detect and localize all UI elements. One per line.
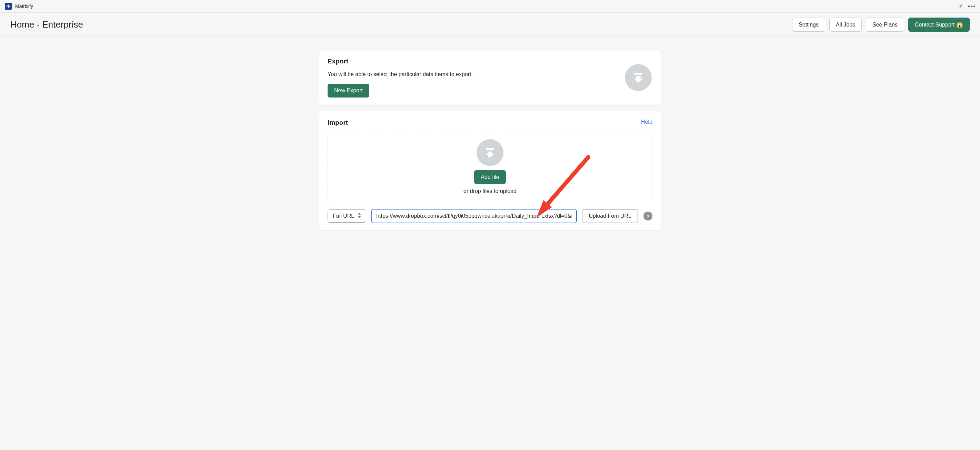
- import-dropzone[interactable]: Add file or drop files to upload: [328, 133, 652, 202]
- app-logo-icon: [5, 3, 12, 10]
- help-tooltip-icon[interactable]: ?: [643, 212, 652, 220]
- top-bar-right: [958, 3, 975, 10]
- export-description: You will be able to select the particula…: [328, 71, 652, 78]
- main-content: Export You will be able to select the pa…: [312, 50, 668, 231]
- all-jobs-button[interactable]: All Jobs: [829, 17, 862, 32]
- svg-rect-0: [7, 5, 8, 7]
- import-title: Import: [328, 119, 348, 127]
- url-input[interactable]: [372, 209, 577, 223]
- settings-button[interactable]: Settings: [792, 17, 825, 32]
- import-url-row: Full URL Upload from URL ?: [328, 209, 652, 223]
- pin-icon[interactable]: [958, 3, 963, 10]
- svg-rect-3: [634, 73, 642, 75]
- export-decor-icon: [625, 64, 652, 91]
- svg-rect-1: [8, 5, 9, 8]
- see-plans-button[interactable]: See Plans: [866, 17, 904, 32]
- app-name: Matrixify: [15, 3, 33, 9]
- page-title: Home - Enterprise: [10, 19, 83, 30]
- new-export-button[interactable]: New Export: [328, 84, 369, 98]
- top-bar: Matrixify: [0, 0, 980, 13]
- more-menu-icon[interactable]: [968, 6, 975, 7]
- upload-icon: [477, 139, 503, 166]
- top-bar-left: Matrixify: [5, 3, 33, 10]
- url-mode-select[interactable]: Full URL: [328, 209, 366, 223]
- export-card: Export You will be able to select the pa…: [319, 50, 661, 105]
- import-card: Import Help Add file or drop files to up…: [319, 111, 661, 231]
- svg-rect-4: [486, 148, 494, 150]
- drop-hint-text: or drop files to upload: [463, 188, 517, 194]
- import-help-link[interactable]: Help: [641, 119, 652, 125]
- page-header: Home - Enterprise Settings All Jobs See …: [0, 13, 980, 37]
- svg-rect-2: [9, 6, 10, 8]
- upload-from-url-button[interactable]: Upload from URL: [582, 209, 638, 223]
- url-mode-label: Full URL: [333, 213, 354, 219]
- export-title: Export: [328, 57, 652, 65]
- contact-support-button[interactable]: Contact Support 😱: [908, 17, 970, 32]
- select-caret-icon: [358, 213, 361, 219]
- import-header: Import Help: [328, 119, 652, 133]
- add-file-button[interactable]: Add file: [474, 170, 506, 184]
- header-buttons: Settings All Jobs See Plans Contact Supp…: [792, 17, 970, 32]
